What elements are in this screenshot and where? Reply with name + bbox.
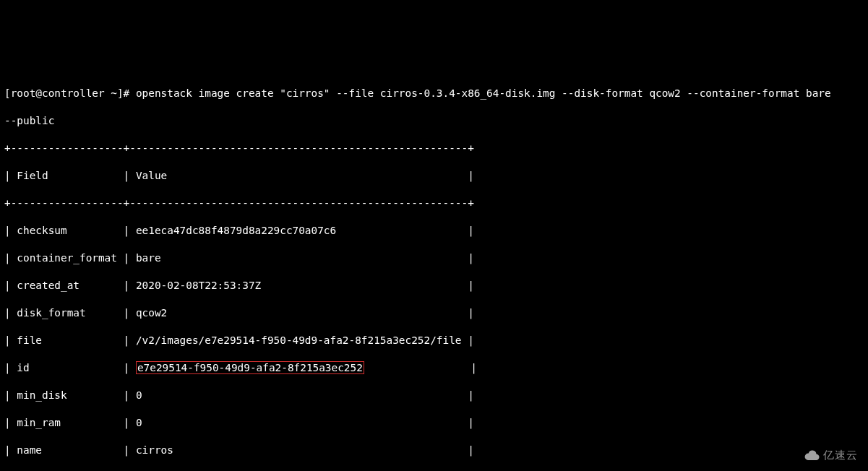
command-line-cont: --public (4, 114, 864, 128)
watermark: 亿速云 (804, 448, 858, 462)
watermark-text: 亿速云 (823, 448, 858, 462)
command-line: [root@controller ~]# openstack image cre… (4, 87, 864, 100)
terminal-output[interactable]: [root@controller ~]# openstack image cre… (0, 69, 868, 471)
table-border: +------------------+--------------------… (4, 196, 864, 210)
table-row: | created_at | 2020-02-08T22:53:37Z | (4, 279, 864, 293)
table-row: | file | /v2/images/e7e29514-f950-49d9-a… (4, 334, 864, 347)
table-row: | min_ram | 0 | (4, 416, 864, 430)
table-row-id: | id | e7e29514-f950-49d9-afa2-8f215a3ec… (4, 361, 864, 375)
highlighted-id: e7e29514-f950-49d9-afa2-8f215a3ec252 (136, 361, 364, 374)
table-row: | checksum | ee1eca47dc88f4879d8a229cc70… (4, 224, 864, 238)
table-row: | min_disk | 0 | (4, 389, 864, 402)
table-row: | container_format | bare | (4, 251, 864, 265)
table-row: | disk_format | qcow2 | (4, 306, 864, 320)
table-row: | name | cirros | (4, 444, 864, 457)
table-border: +------------------+--------------------… (4, 142, 864, 155)
cloud-icon (804, 450, 820, 460)
table-header: | Field | Value | (4, 169, 864, 183)
